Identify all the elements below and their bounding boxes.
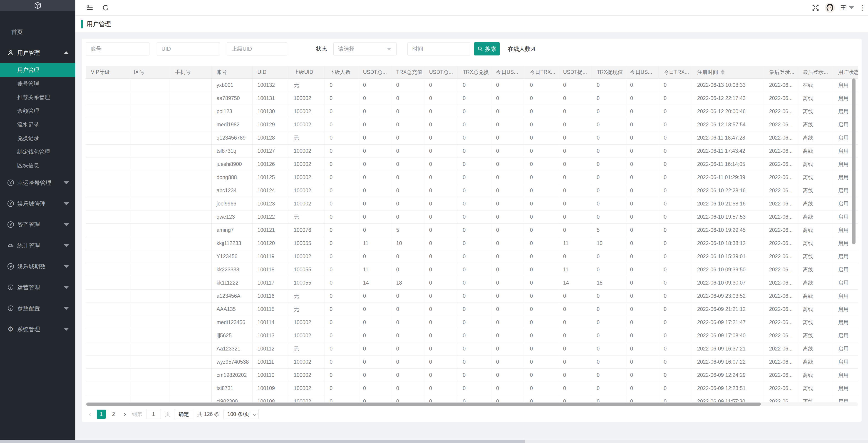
table-cell (170, 210, 211, 224)
table-cell: 0 (424, 382, 458, 395)
sidebar-item-娱乐城期数[interactable]: ¥娱乐城期数 (0, 256, 75, 277)
sidebar-item-系统管理[interactable]: ⚙系统管理 (0, 319, 75, 339)
confirm-page-button[interactable]: 确定 (174, 409, 193, 419)
table-cell: 0 (558, 144, 592, 157)
table-cell: 100111 (252, 355, 289, 368)
submenu-item-余额管理[interactable]: 余额管理 (0, 104, 75, 118)
status-select[interactable]: 请选择 (333, 42, 397, 56)
account-input[interactable] (86, 42, 149, 56)
search-button[interactable]: 搜索 (474, 42, 500, 56)
table-cell: 0 (324, 131, 358, 144)
table-cell: 0 (659, 197, 692, 210)
table-cell: 14 (358, 276, 391, 289)
fullscreen-icon[interactable] (812, 4, 819, 11)
vertical-scrollbar-thumb[interactable] (852, 79, 856, 244)
table-cell: 100125 (252, 171, 289, 184)
table-cell (170, 263, 211, 276)
table-cell: 0 (525, 105, 558, 118)
sidebar-item-用户管理[interactable]: 用户管理 (0, 42, 75, 63)
column-header: VIP等级 (86, 66, 129, 79)
table-cell: 10 (592, 237, 625, 250)
table-row: Y123456100119100002000000000002022-06-10… (86, 250, 858, 263)
sidebar-item-label: 娱乐城期数 (0, 263, 45, 270)
table-cell: 0 (525, 342, 558, 355)
page-size-select[interactable]: 100 条/页 (223, 409, 259, 419)
table-cell: 0 (625, 79, 659, 92)
table-cell: 100122 (252, 210, 289, 224)
table-cell: 0 (458, 250, 491, 263)
sidebar-item-资产管理[interactable]: ¥资产管理 (0, 214, 75, 235)
time-input[interactable] (407, 42, 470, 56)
sidebar-item-运营管理[interactable]: 运营管理 (0, 277, 75, 298)
table-cell: 0 (391, 171, 424, 184)
table-cell: 0 (458, 131, 491, 144)
sidebar-item-label: 参数配置 (0, 304, 40, 312)
table-cell: 2022-06-09 17:21:47 (692, 316, 764, 329)
table-cell: 0 (592, 382, 625, 395)
user-icon (7, 49, 14, 56)
collapse-menu-icon[interactable] (86, 4, 94, 11)
page-title-bar: 用户管理 (75, 16, 868, 32)
table-cell: 0 (324, 210, 358, 224)
uid-input[interactable] (157, 42, 220, 56)
table-cell: 0 (625, 118, 659, 131)
table-cell: 2022-06-12 22:17:43 (692, 92, 764, 105)
table-row: AAA135100115无000000000002022-06-09 21:21… (86, 302, 858, 316)
prev-page-button[interactable]: ‹ (87, 410, 93, 419)
submenu-item-流水记录[interactable]: 流水记录 (0, 118, 75, 131)
table-cell: yxb001 (211, 79, 252, 92)
more-options-icon[interactable]: ⋮ (859, 6, 866, 10)
table-cell (86, 263, 129, 276)
submenu-item-用户管理[interactable]: 用户管理 (0, 63, 75, 77)
submenu-item-推荐关系管理[interactable]: 推荐关系管理 (0, 90, 75, 104)
next-page-button[interactable]: › (122, 410, 128, 419)
table-cell: 0 (525, 289, 558, 302)
sidebar-item-幸运哈希管理[interactable]: ¥幸运哈希管理 (0, 172, 75, 193)
table-cell (129, 237, 170, 250)
table-cell: 5 (391, 224, 424, 237)
submenu-item-区块信息[interactable]: 区块信息 (0, 159, 75, 172)
table-cell: 0 (659, 355, 692, 368)
horizontal-scrollbar-thumb[interactable] (86, 403, 761, 406)
table-cell: 0 (625, 276, 659, 289)
refresh-icon[interactable] (102, 4, 110, 11)
column-header: 最后登录... (798, 66, 833, 79)
sidebar-item-参数配置[interactable]: 参数配置 (0, 298, 75, 319)
table-cell: 0 (458, 316, 491, 329)
table-cell: 0 (625, 144, 659, 157)
table-cell: 5 (592, 224, 625, 237)
avatar[interactable] (825, 3, 835, 13)
table-cell: 0 (424, 92, 458, 105)
sidebar-item-娱乐城管理[interactable]: ¥娱乐城管理 (0, 193, 75, 214)
submenu-item-兑换记录[interactable]: 兑换记录 (0, 131, 75, 145)
table-cell (86, 237, 129, 250)
table-cell: 0 (391, 184, 424, 197)
sidebar-item-label: 用户管理 (0, 49, 40, 57)
filter-bar: 状态 请选择 搜索 在线人数:4 (86, 42, 535, 56)
table-cell: 0 (558, 197, 592, 210)
table-cell: 0 (358, 302, 391, 316)
box-logo-icon (34, 2, 41, 9)
table-cell (129, 329, 170, 342)
jump-page-input[interactable] (146, 409, 161, 419)
page-button-2[interactable]: 2 (109, 410, 118, 419)
table-cell: 0 (458, 302, 491, 316)
page-button-1[interactable]: 1 (97, 410, 106, 419)
page-scrollbar-thumb[interactable] (0, 440, 525, 443)
table-cell (86, 171, 129, 184)
table-cell: 2022-06... (764, 210, 798, 224)
parent-uid-input[interactable] (227, 42, 287, 56)
table-cell (170, 184, 211, 197)
sidebar-item-首页[interactable]: 首页 (0, 21, 75, 42)
sidebar-item-统计管理[interactable]: 统计管理 (0, 235, 75, 256)
submenu-item-账号管理[interactable]: 账号管理 (0, 77, 75, 90)
table-cell: 2022-06... (764, 276, 798, 289)
table-cell: 无 (289, 302, 324, 316)
sort-icon[interactable] (721, 69, 724, 75)
submenu-item-绑定钱包管理[interactable]: 绑定钱包管理 (0, 145, 75, 159)
page-horizontal-scrollbar (0, 440, 868, 443)
table-cell: 离线 (798, 302, 833, 316)
user-menu[interactable]: 王 (840, 4, 854, 12)
chevron-down-icon (64, 328, 69, 331)
table-cell: 0 (659, 276, 692, 289)
